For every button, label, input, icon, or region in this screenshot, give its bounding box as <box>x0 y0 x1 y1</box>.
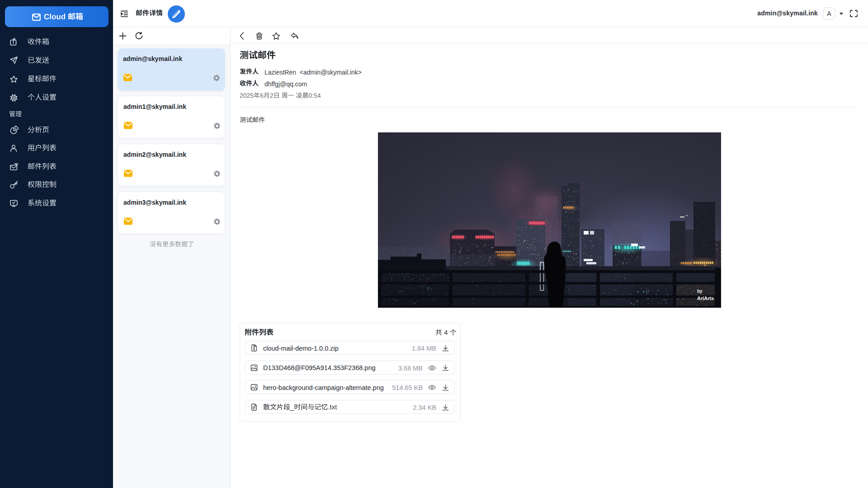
svg-text:AriArts: AriArts <box>697 296 714 301</box>
svg-text:by: by <box>697 289 703 294</box>
